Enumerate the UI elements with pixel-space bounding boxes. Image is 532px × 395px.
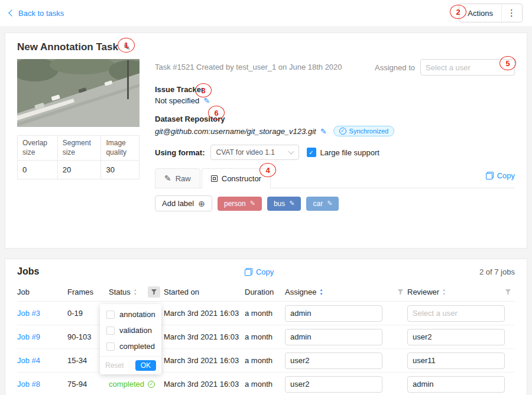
back-link-label: Back to tasks: [18, 9, 64, 18]
table-row: Job #3 0-19 March 3rd 2021 16:03 a month: [17, 302, 515, 325]
duration-cell: a month: [245, 332, 285, 341]
add-label-button[interactable]: Add label ⊕: [155, 195, 212, 211]
table-row: Job #8 75-94 completed ✓ March 3rd 2021 …: [17, 373, 515, 395]
edit-repository-icon[interactable]: ✎: [320, 127, 327, 136]
edit-label-icon: ✎: [289, 200, 294, 207]
label-chip-bus[interactable]: bus ✎: [267, 197, 301, 211]
constructor-pane: Add label ⊕ person ✎ bus ✎ car ✎: [155, 188, 515, 211]
filter-checkbox[interactable]: [106, 342, 115, 351]
status-sort-icon[interactable]: ▲▼: [134, 288, 137, 296]
large-file-support-checkbox[interactable]: ✓: [307, 148, 316, 157]
assignee-input[interactable]: [285, 352, 382, 369]
jobs-copy-label: Copy: [256, 267, 274, 276]
task-left-column: Overlap size Segment size Image quality …: [17, 59, 140, 211]
task-details-card: New Annotation Task ✎: [5, 32, 527, 249]
issue-tracker-value: Not specified: [155, 96, 199, 105]
labels-tabs: ✎ Raw Constructor Copy: [155, 168, 515, 188]
label-chip-person[interactable]: person ✎: [218, 197, 262, 211]
task-params-table: Overlap size Segment size Image quality …: [17, 135, 140, 179]
large-file-support-group: ✓ Large file support: [307, 148, 379, 157]
reviewer-input[interactable]: [407, 329, 505, 345]
col-duration: Duration: [245, 288, 274, 296]
col-assignee: Assignee: [285, 288, 316, 296]
format-select[interactable]: CVAT for video 1.1: [210, 145, 299, 160]
constructor-icon: [211, 175, 218, 182]
sync-check-icon: ✓: [339, 128, 346, 135]
reviewer-input[interactable]: [407, 352, 505, 369]
label-chip-car[interactable]: car ✎: [306, 197, 339, 211]
param-value-segment: 20: [57, 161, 101, 179]
edit-issue-tracker-icon[interactable]: ✎: [203, 96, 210, 105]
task-meta-text: Task #1521 Created by test_user_1 on Jun…: [155, 59, 342, 71]
param-value-quality: 30: [101, 161, 140, 179]
chevron-down-icon: [288, 148, 294, 154]
tab-raw[interactable]: ✎ Raw: [155, 168, 200, 188]
started-cell: March 3rd 2021 16:03: [164, 380, 245, 389]
started-cell: March 3rd 2021 16:03: [164, 356, 245, 365]
duration-cell: a month: [245, 356, 285, 365]
callout-4: 4: [259, 163, 276, 177]
reviewer-sort-icon[interactable]: ▲▼: [442, 288, 446, 296]
filter-option-label: annotation: [119, 310, 155, 319]
assignee-input[interactable]: [285, 305, 382, 322]
status-filter-dropdown: annotation validation completed Reset OK: [100, 304, 161, 374]
filter-reset-button[interactable]: Reset: [105, 361, 124, 370]
status-filter-icon[interactable]: [148, 286, 160, 298]
copy-icon: [486, 172, 494, 179]
jobs-copy-button[interactable]: Copy: [245, 267, 274, 276]
assignee-filter-icon[interactable]: [397, 289, 404, 295]
param-header-overlap: Overlap size: [18, 136, 58, 161]
assignee-input[interactable]: [285, 329, 382, 345]
frames-cell: 75-94: [67, 380, 109, 389]
labels-copy-label: Copy: [497, 171, 515, 180]
callout-6: 6: [208, 106, 225, 120]
large-file-support-label: Large file support: [320, 148, 379, 157]
filter-option-label: validation: [119, 326, 152, 335]
param-value-overlap: 0: [18, 161, 58, 179]
more-icon: ⋮: [502, 8, 522, 18]
status-cell: completed ✓: [109, 380, 164, 389]
reviewer-input[interactable]: [407, 376, 505, 393]
assignee-sort-icon[interactable]: ▲▼: [319, 288, 323, 296]
format-select-value: CVAT for video 1.1: [216, 148, 275, 156]
sync-badge-label: Synchronized: [349, 128, 389, 135]
started-cell: March 3rd 2021 16:03: [164, 309, 245, 318]
jobs-title: Jobs: [17, 266, 39, 277]
filter-checkbox[interactable]: [106, 311, 115, 319]
labels-copy-button[interactable]: Copy: [486, 171, 515, 180]
assignee-input[interactable]: [285, 376, 382, 393]
chevron-left-icon: [8, 9, 15, 16]
filter-option-validation[interactable]: validation: [100, 322, 161, 338]
reviewer-filter-icon[interactable]: [505, 289, 511, 295]
label-chip-bus-name: bus: [274, 200, 285, 208]
callout-2: 2: [450, 5, 466, 19]
col-started-on: Started on: [164, 288, 199, 296]
filter-checkbox[interactable]: [106, 327, 115, 335]
job-link[interactable]: Job #8: [17, 380, 40, 389]
callout-1: 1: [118, 38, 135, 53]
job-link[interactable]: Job #4: [17, 356, 40, 365]
job-link[interactable]: Job #3: [17, 309, 40, 318]
dataset-repository-url: git@github.com:username/git_storage_v123…: [155, 127, 316, 136]
status-completed-icon: ✓: [148, 381, 155, 388]
col-status: Status: [109, 288, 131, 296]
task-right-column: Task #1521 Created by test_user_1 on Jun…: [155, 59, 515, 211]
add-circle-icon: ⊕: [198, 200, 205, 208]
synchronized-badge[interactable]: ✓ Synchronized: [333, 126, 395, 136]
assigned-to-group: Assigned to: [375, 59, 515, 76]
back-to-tasks-link[interactable]: Back to tasks: [9, 9, 64, 18]
filter-option-completed[interactable]: completed: [100, 338, 161, 354]
duration-cell: a month: [245, 380, 285, 389]
label-chip-car-name: car: [313, 200, 323, 208]
job-link[interactable]: Job #9: [17, 332, 40, 341]
raw-tab-icon: ✎: [164, 174, 171, 183]
filter-ok-button[interactable]: OK: [135, 360, 156, 371]
status-text: completed: [109, 380, 144, 389]
actions-button[interactable]: Actions ⋮: [459, 4, 523, 22]
filter-option-annotation[interactable]: annotation: [100, 306, 161, 322]
add-label-text: Add label: [162, 199, 194, 208]
using-format-label: Using format:: [155, 148, 205, 157]
page: Back to tasks Actions ⋮ New Annotation T…: [0, 0, 532, 395]
reviewer-input[interactable]: [407, 305, 505, 322]
jobs-table-header: Job Frames Status ▲▼ Started on Duration…: [17, 283, 515, 302]
